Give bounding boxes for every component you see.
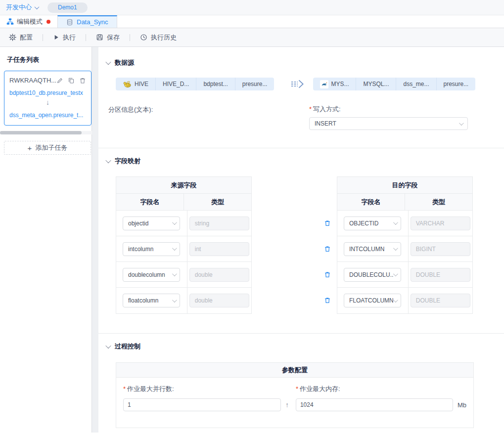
source-table-title: 来源字段 [116, 177, 251, 194]
edit-mode-toggle[interactable]: 编辑模式 [0, 15, 57, 28]
unsaved-indicator-dot [46, 20, 50, 24]
source-field-select[interactable]: doublecolumn [123, 268, 180, 282]
delete-row-icon[interactable] [324, 245, 331, 253]
chevron-down-icon [35, 4, 40, 9]
mysql-icon [320, 80, 328, 88]
toolbar: 配置 执行 保存 执行历史 [0, 28, 504, 47]
subtask-sidebar: 子任务列表 RWKRAAQTH... [0, 47, 92, 433]
collapse-chevron-icon[interactable] [105, 158, 111, 163]
source-field-select[interactable]: intcolumn [123, 242, 180, 256]
execution-history-button[interactable]: 执行历史 [140, 33, 177, 42]
delete-row-icon[interactable] [324, 297, 331, 304]
section-divider [98, 333, 504, 334]
hive-icon [123, 80, 132, 88]
source-field-type-input [189, 242, 249, 256]
database-icon [66, 19, 73, 26]
source-field-select[interactable]: objectid [123, 216, 180, 230]
toolbar-divider [86, 34, 86, 41]
subtask-card[interactable]: RWKRAAQTH... bdptest10_ [4, 71, 92, 126]
parameter-config-title: 参数配置 [116, 363, 473, 378]
source-tag-table: presure... [235, 78, 275, 90]
write-mode-label: 写入方式: [313, 105, 341, 113]
execute-button[interactable]: 执行 [53, 33, 76, 42]
copy-icon[interactable] [68, 77, 75, 84]
source-tag-datasource-name: HIVE_D... [155, 78, 196, 90]
execution-history-label: 执行历史 [151, 33, 177, 42]
max-parallelism-field: *作业最大并行数: ↑ [123, 385, 296, 411]
required-marker: * [309, 105, 312, 113]
chevron-down-icon [393, 298, 398, 303]
write-mode-label-row: *写入方式: [309, 105, 468, 114]
table-row: DOUBLECOLU... [337, 262, 472, 288]
gear-icon [9, 34, 16, 41]
row-delete-column [252, 176, 337, 314]
section-process-control: 过程控制 参数配置 *作业最大并行数: ↑ [106, 342, 504, 428]
target-tag-table: presure... [436, 78, 476, 90]
target-tag-type: MYS... [313, 78, 356, 90]
source-datasource-tags: HIVE HIVE_D... bdptest... presure... [116, 78, 274, 90]
target-field-type-input [411, 268, 470, 282]
chevron-down-icon [172, 271, 177, 276]
source-tag-type: HIVE [116, 78, 155, 90]
add-subtask-button[interactable]: + 添加子任务 [4, 141, 91, 155]
scrollbar-thumb[interactable] [0, 131, 82, 134]
chevron-down-icon [172, 298, 177, 303]
target-datasource-tags: MYS... MYSQL... dss_me... presure... [313, 78, 475, 90]
edit-icon[interactable] [56, 77, 63, 84]
tab-data-sync[interactable]: Data_Sync [57, 15, 117, 28]
workspace-menu-label: 开发中心 [6, 3, 32, 12]
edit-mode-label: 编辑模式 [17, 17, 43, 26]
max-memory-input[interactable] [296, 398, 453, 411]
section-divider [98, 148, 504, 148]
table-row: objectid [116, 211, 251, 236]
target-field-select[interactable]: INTCOLUMN [344, 242, 401, 256]
target-field-select[interactable]: FLOATCOLUMN [344, 294, 401, 307]
max-memory-field: *作业最大内存: Mb [296, 385, 466, 411]
project-tab-demo1[interactable]: Demo1 [47, 2, 88, 13]
table-row: INTCOLUMN [337, 236, 472, 262]
tab-data-sync-label: Data_Sync [77, 18, 108, 26]
table-row: FLOATCOLUMN [337, 288, 472, 313]
field-mapping-section-title: 字段映射 [115, 157, 140, 166]
source-field-type-input [189, 294, 249, 307]
source-field-select[interactable]: floatcolumn [123, 294, 180, 307]
source-col-name-header: 字段名 [116, 194, 183, 210]
max-memory-label: 作业最大内存: [300, 385, 340, 392]
target-tag-datasource-name: MYSQL... [356, 78, 396, 90]
target-col-name-header: 字段名 [337, 194, 405, 210]
toolbar-divider [130, 34, 130, 41]
target-field-type-input [411, 242, 470, 256]
max-parallelism-input[interactable] [123, 398, 281, 411]
chevron-down-icon [172, 246, 177, 251]
clock-icon [140, 34, 147, 41]
collapse-chevron-icon[interactable] [105, 59, 111, 65]
subtask-target-table: dss_meta_open.presure_t... [9, 112, 86, 119]
main-panel: 数据源 [98, 47, 504, 433]
toolbar-divider [43, 34, 43, 41]
config-button[interactable]: 配置 [9, 33, 33, 42]
add-subtask-label: 添加子任务 [35, 143, 67, 152]
table-row: doublecolumn [116, 262, 251, 288]
delete-row-icon[interactable] [324, 271, 331, 278]
workspace-menu[interactable]: 开发中心 [6, 3, 39, 12]
table-row: OBJECTID [337, 211, 472, 236]
target-field-select[interactable]: OBJECTID [344, 216, 401, 230]
workflow-icon [6, 18, 14, 25]
collapse-chevron-icon[interactable] [105, 343, 111, 348]
stepper-up-icon[interactable]: ↑ [285, 401, 289, 408]
data-sync-app: 开发中心 Demo1 编辑模式 Data_Sync [0, 0, 504, 433]
memory-unit-label: Mb [458, 401, 466, 409]
target-field-select[interactable]: DOUBLECOLU... [344, 268, 401, 282]
target-fields-table: 目的字段 字段名 类型 OBJECTID INTCOLUMN [337, 176, 473, 314]
parameter-config-panel: 参数配置 *作业最大并行数: ↑ [116, 362, 474, 428]
delete-row-icon[interactable] [324, 219, 331, 227]
required-marker: * [123, 385, 126, 392]
write-mode-select[interactable]: INSERT [309, 117, 468, 130]
subtask-source-table: bdptest10_db.presure_testx [9, 89, 86, 96]
target-table-title: 目的字段 [337, 177, 472, 194]
save-button[interactable]: 保存 [96, 33, 120, 42]
target-field-type-input [411, 216, 470, 230]
table-row: intcolumn [116, 236, 251, 262]
delete-icon[interactable] [79, 77, 86, 84]
chevron-down-icon [459, 121, 464, 126]
